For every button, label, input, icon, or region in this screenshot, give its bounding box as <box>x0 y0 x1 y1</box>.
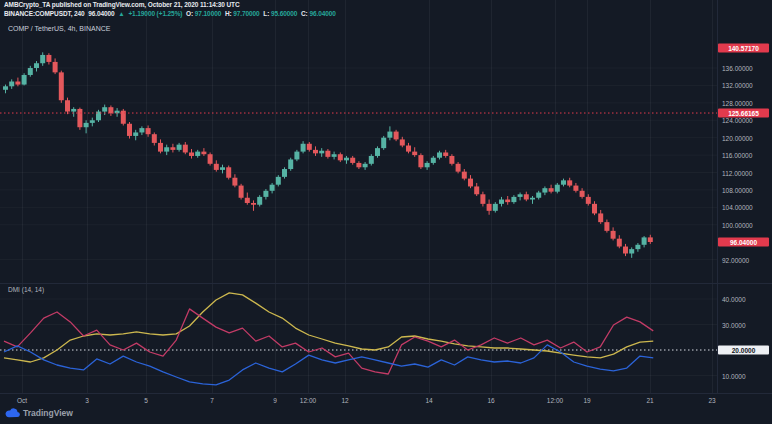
candle-body <box>418 155 423 167</box>
candle-body <box>152 134 157 143</box>
candle-body <box>127 124 132 136</box>
candle-body <box>431 158 436 163</box>
chart-canvas[interactable] <box>0 0 772 424</box>
cloud-icon <box>5 407 20 418</box>
candle-body <box>226 167 231 177</box>
candle-body <box>201 152 206 155</box>
candle-body <box>257 197 262 205</box>
candle-body <box>487 204 492 211</box>
open-value: 97.10000 <box>195 10 221 17</box>
candle-body <box>22 75 27 85</box>
candle-body <box>270 185 275 191</box>
candle-body <box>505 200 510 203</box>
candle-body <box>46 55 51 62</box>
candle-body <box>350 158 355 163</box>
candle-body <box>282 169 287 177</box>
candle-body <box>611 231 616 239</box>
candle-body <box>648 237 653 242</box>
candle-body <box>443 152 448 155</box>
candle-body <box>307 144 312 150</box>
candle-body <box>40 55 45 63</box>
candle-body <box>276 177 281 185</box>
candle-body <box>53 62 58 72</box>
candle-body <box>462 172 467 179</box>
candle-body <box>573 186 578 191</box>
change-arrow-icon: ▲ <box>118 10 124 17</box>
candle-body <box>90 120 95 123</box>
candle-body <box>642 237 647 244</box>
candle-body <box>71 109 76 112</box>
tradingview-published-chart: AMBCrypto_TA published on TradingView.co… <box>0 0 772 424</box>
candle-body <box>9 82 14 87</box>
candle-body <box>15 82 20 85</box>
candle-body <box>208 154 213 164</box>
high-value: 97.70000 <box>233 10 259 17</box>
logo-text: TradingView <box>23 408 73 418</box>
candle-body <box>3 86 8 89</box>
candle-body <box>518 194 523 197</box>
candle-body <box>561 180 566 184</box>
candle-body <box>592 204 597 214</box>
candle-body <box>108 107 113 113</box>
candle-body <box>629 249 634 253</box>
grid-layer <box>0 0 717 393</box>
candle-body <box>635 245 640 249</box>
candle-body <box>239 186 244 198</box>
symbol-interval: BINANCE:COMPUSDT, 240 <box>4 10 85 17</box>
candle-body <box>604 222 609 231</box>
candle-body <box>332 154 337 157</box>
candle-body <box>319 151 324 154</box>
low-value: 95.60000 <box>271 10 297 17</box>
candle-body <box>549 188 554 191</box>
candle-body <box>425 163 430 167</box>
candle-body <box>567 180 572 185</box>
candle-body <box>474 186 479 194</box>
candle-body <box>325 151 330 157</box>
candle-body <box>524 194 529 199</box>
attribution-text: AMBCrypto_TA published on TradingView.co… <box>4 1 240 8</box>
candle-body <box>84 123 89 127</box>
candle-body <box>555 185 560 192</box>
candle-body <box>381 138 386 148</box>
candle-body <box>77 109 82 127</box>
candle-body <box>480 194 485 204</box>
attribution-line: AMBCrypto_TA published on TradingView.co… <box>4 1 240 8</box>
candle-body <box>456 164 461 172</box>
candle-body <box>406 146 411 152</box>
candle-body <box>369 156 374 164</box>
level-lines-layer <box>0 113 717 350</box>
chart-title: COMP / TetherUS, 4h, BINANCE <box>8 25 110 32</box>
candle-body <box>387 132 392 138</box>
candle-body <box>375 148 380 156</box>
indicator-label: DMI (14, 14) <box>8 286 44 293</box>
candle-body <box>363 164 368 167</box>
candle-body <box>623 247 628 254</box>
candle-body <box>294 152 299 160</box>
tradingview-logo[interactable]: TradingView <box>5 407 73 418</box>
candle-body <box>301 144 306 152</box>
candle-body <box>449 156 454 164</box>
candle-body <box>400 139 405 145</box>
candle-body <box>59 72 64 100</box>
candle-body <box>344 158 349 161</box>
candle-body <box>65 100 70 111</box>
candle-body <box>183 145 188 153</box>
close-value: 96.04000 <box>309 10 335 17</box>
candle-body <box>102 107 107 111</box>
candle-body <box>586 197 591 204</box>
candle-body <box>251 203 256 205</box>
candle-body <box>617 239 622 247</box>
candle-body <box>133 132 138 135</box>
candle-body <box>146 128 151 134</box>
candle-body <box>356 163 361 167</box>
candle-body <box>338 154 343 160</box>
candle-body <box>412 152 417 155</box>
candle-body <box>468 179 473 187</box>
candle-body <box>530 198 535 200</box>
symbol-info-line: BINANCE:COMPUSDT, 240 96.04000 ▲ +1.1900… <box>4 10 338 17</box>
candle-body <box>164 147 169 151</box>
candle-body <box>598 213 603 222</box>
price-change: +1.19000 (+1.25%) <box>128 10 182 17</box>
candle-body <box>263 191 268 197</box>
candle-body <box>536 193 541 198</box>
